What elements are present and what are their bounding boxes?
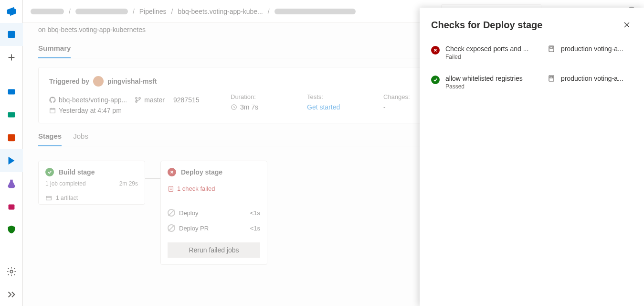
azure-devops-logo[interactable] — [0, 0, 23, 23]
check-row[interactable]: Check exposed ports and ... Failed produ… — [431, 45, 633, 60]
nav-settings[interactable] — [0, 260, 23, 283]
svg-rect-16 — [550, 76, 553, 78]
checks-panel: Checks for Deploy stage Check exposed po… — [420, 8, 644, 306]
nav-repos[interactable] — [0, 103, 23, 126]
nav-artifacts[interactable] — [0, 195, 23, 218]
svg-rect-4 — [8, 204, 14, 209]
check-row[interactable]: allow whitelisted registries Passed prod… — [431, 75, 633, 90]
svg-rect-14 — [550, 47, 553, 48]
environment-icon — [548, 75, 555, 82]
check-env: production voting-a... — [561, 75, 623, 82]
check-status: Passed — [445, 83, 523, 90]
nav-collapse[interactable] — [0, 283, 23, 306]
close-panel-button[interactable] — [621, 19, 633, 31]
nav-pipelines-runs[interactable] — [0, 149, 23, 172]
success-icon — [431, 76, 440, 84]
check-name: allow whitelisted registries — [445, 75, 523, 82]
nav-pipelines[interactable] — [0, 126, 23, 149]
check-name: Check exposed ports and ... — [445, 45, 528, 53]
nav-overview[interactable] — [0, 23, 23, 46]
check-env: production voting-a... — [561, 45, 623, 53]
panel-title: Checks for Deploy stage — [431, 20, 542, 31]
svg-rect-1 — [8, 89, 15, 95]
svg-point-5 — [10, 270, 13, 273]
nav-testplans[interactable] — [0, 172, 23, 195]
check-status: Failed — [445, 54, 528, 60]
left-nav-rail — [0, 0, 23, 306]
error-icon — [431, 46, 440, 55]
svg-rect-2 — [8, 112, 15, 118]
nav-add[interactable] — [0, 46, 23, 69]
environment-icon — [548, 45, 555, 53]
svg-rect-3 — [8, 134, 15, 142]
nav-security[interactable] — [0, 218, 23, 241]
svg-rect-0 — [8, 31, 15, 38]
nav-boards[interactable] — [0, 80, 23, 103]
